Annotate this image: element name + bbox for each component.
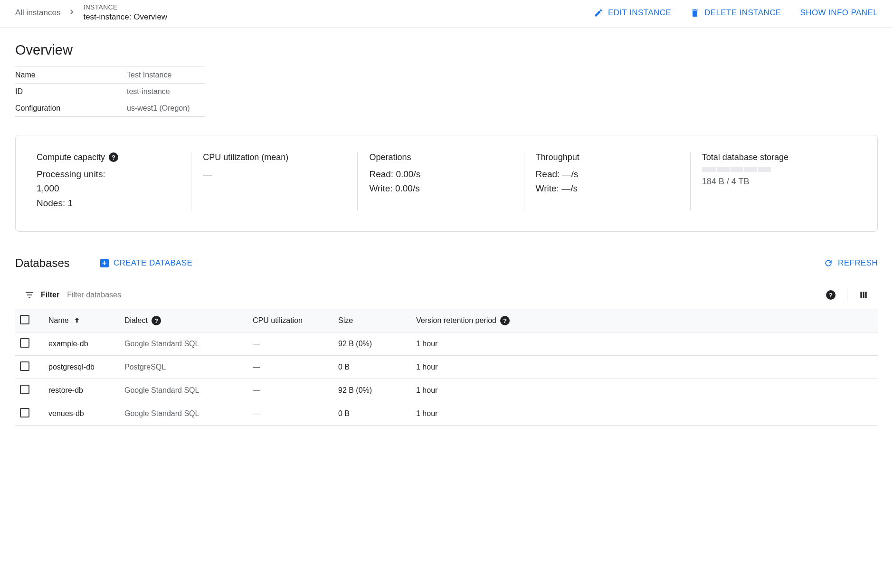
help-icon[interactable]: ? xyxy=(826,290,836,300)
breadcrumb-current-name: test-instance: Overview xyxy=(83,12,167,23)
table-row: venues-dbGoogle Standard SQL—0 B1 hour xyxy=(15,402,878,426)
processing-units-value: 1,000 xyxy=(37,183,59,193)
overview-config-value: us-west1 (Oregon) xyxy=(127,100,205,116)
databases-table: Name Dialect ? CPU utilization Size Vers… xyxy=(15,309,878,426)
processing-units-label: Processing units: xyxy=(37,169,105,179)
delete-instance-label: DELETE INSTANCE xyxy=(704,8,781,18)
col-size-header[interactable]: Size xyxy=(333,309,395,332)
metric-cpu-value: — xyxy=(203,169,212,179)
edit-instance-label: EDIT INSTANCE xyxy=(608,8,671,18)
col-dialect-header[interactable]: Dialect ? xyxy=(120,309,248,332)
col-name-header[interactable]: Name xyxy=(44,309,120,332)
databases-section-header: Databases + CREATE DATABASE REFRESH xyxy=(15,256,878,270)
columns-icon[interactable] xyxy=(859,290,868,300)
col-retention-header[interactable]: Version retention period ? xyxy=(395,309,878,332)
refresh-label: REFRESH xyxy=(838,258,878,268)
db-cpu-cell: — xyxy=(248,402,333,426)
storage-usage-text: 184 B / 4 TB xyxy=(702,177,845,187)
metric-compute-capacity: Compute capacity ? Processing units: 1,0… xyxy=(37,152,191,210)
col-dialect-label: Dialect xyxy=(124,316,148,325)
select-all-checkbox[interactable] xyxy=(20,315,29,324)
db-name-cell[interactable]: example-db xyxy=(44,332,120,356)
metric-cpu-utilization: CPU utilization (mean) — xyxy=(191,152,357,210)
operations-read: Read: 0.00/s xyxy=(369,167,512,181)
divider xyxy=(847,288,847,302)
overview-name-value: Test Instance xyxy=(127,66,205,83)
db-size-cell: 92 B (0%) xyxy=(333,379,395,402)
plus-icon: + xyxy=(100,259,109,267)
show-info-panel-button[interactable]: SHOW INFO PANEL xyxy=(800,8,878,18)
col-cpu-header[interactable]: CPU utilization xyxy=(248,309,333,332)
page-content: Overview Name Test Instance ID test-inst… xyxy=(0,28,893,426)
metric-storage-title: Total database storage xyxy=(702,152,788,162)
db-name-cell[interactable]: postgresql-db xyxy=(44,356,120,379)
db-retention-cell: 1 hour xyxy=(395,356,878,379)
row-checkbox[interactable] xyxy=(20,338,29,348)
row-checkbox[interactable] xyxy=(20,408,29,417)
db-size-cell: 0 B xyxy=(333,402,395,426)
page-header: All instances INSTANCE test-instance: Ov… xyxy=(0,0,893,28)
db-cpu-cell: — xyxy=(248,379,333,402)
refresh-button[interactable]: REFRESH xyxy=(824,258,878,268)
create-database-label: CREATE DATABASE xyxy=(114,258,193,268)
help-icon[interactable]: ? xyxy=(109,152,118,162)
db-name-cell[interactable]: restore-db xyxy=(44,379,120,402)
header-actions: EDIT INSTANCE DELETE INSTANCE SHOW INFO … xyxy=(594,8,878,18)
db-size-cell: 0 B xyxy=(333,356,395,379)
overview-config-label: Configuration xyxy=(15,100,127,116)
help-icon[interactable]: ? xyxy=(152,316,161,325)
db-dialect-cell: Google Standard SQL xyxy=(120,402,248,426)
filter-bar: Filter ? xyxy=(15,283,878,307)
show-info-panel-label: SHOW INFO PANEL xyxy=(800,8,878,18)
table-header-row: Name Dialect ? CPU utilization Size Vers… xyxy=(15,309,878,332)
col-retention-label: Version retention period xyxy=(416,316,496,325)
edit-instance-button[interactable]: EDIT INSTANCE xyxy=(594,8,671,18)
throughput-read: Read: —/s xyxy=(536,167,679,181)
metric-storage: Total database storage 184 B / 4 TB xyxy=(690,152,856,210)
databases-title: Databases xyxy=(15,256,70,270)
metric-compute-title: Compute capacity xyxy=(37,152,105,162)
overview-row-name: Name Test Instance xyxy=(15,66,205,83)
metric-throughput-title: Throughput xyxy=(536,152,580,162)
page-title: Overview xyxy=(15,42,878,58)
table-row: restore-dbGoogle Standard SQL—92 B (0%)1… xyxy=(15,379,878,402)
overview-properties-table: Name Test Instance ID test-instance Conf… xyxy=(15,66,205,117)
metric-operations-title: Operations xyxy=(369,152,411,162)
db-retention-cell: 1 hour xyxy=(395,402,878,426)
overview-name-label: Name xyxy=(15,66,127,83)
col-name-label: Name xyxy=(48,316,69,325)
sort-asc-icon xyxy=(73,316,81,325)
metric-throughput: Throughput Read: —/s Write: —/s xyxy=(524,152,690,210)
throughput-write: Write: —/s xyxy=(536,181,679,196)
operations-write: Write: 0.00/s xyxy=(369,181,512,196)
delete-instance-button[interactable]: DELETE INSTANCE xyxy=(690,8,781,18)
nodes-value: 1 xyxy=(67,198,73,208)
refresh-icon xyxy=(824,258,833,268)
filter-input[interactable] xyxy=(66,290,819,300)
db-size-cell: 92 B (0%) xyxy=(333,332,395,356)
db-cpu-cell: — xyxy=(248,356,333,379)
row-checkbox[interactable] xyxy=(20,385,29,394)
help-icon[interactable]: ? xyxy=(500,316,510,325)
metric-operations: Operations Read: 0.00/s Write: 0.00/s xyxy=(357,152,523,210)
trash-icon xyxy=(690,8,700,18)
db-cpu-cell: — xyxy=(248,332,333,356)
metric-cpu-title: CPU utilization (mean) xyxy=(203,152,288,162)
storage-usage-bar xyxy=(702,167,771,172)
table-row: postgresql-dbPostgreSQL—0 B1 hour xyxy=(15,356,878,379)
filter-label: Filter xyxy=(41,291,59,299)
breadcrumb: All instances INSTANCE test-instance: Ov… xyxy=(15,3,594,23)
db-dialect-cell: Google Standard SQL xyxy=(120,332,248,356)
create-database-button[interactable]: + CREATE DATABASE xyxy=(100,258,193,268)
db-retention-cell: 1 hour xyxy=(395,332,878,356)
breadcrumb-root-link[interactable]: All instances xyxy=(15,8,60,18)
overview-id-label: ID xyxy=(15,83,127,100)
metrics-card: Compute capacity ? Processing units: 1,0… xyxy=(15,135,878,232)
overview-row-config: Configuration us-west1 (Oregon) xyxy=(15,100,205,116)
nodes-label: Nodes: xyxy=(37,198,65,208)
table-row: example-dbGoogle Standard SQL—92 B (0%)1… xyxy=(15,332,878,356)
db-name-cell[interactable]: venues-db xyxy=(44,402,120,426)
overview-id-value: test-instance xyxy=(127,83,205,100)
db-retention-cell: 1 hour xyxy=(395,379,878,402)
row-checkbox[interactable] xyxy=(20,361,29,371)
